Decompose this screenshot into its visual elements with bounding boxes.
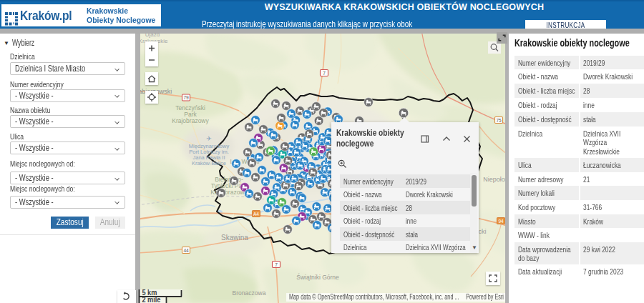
svg-text:79: 79 <box>183 95 189 100</box>
svg-text:7: 7 <box>323 71 326 76</box>
svg-text:Kraków-Balice: Kraków-Balice <box>192 160 226 167</box>
svg-text:7: 7 <box>275 262 278 267</box>
svg-text:Krajobrazowy: Krajobrazowy <box>172 117 209 124</box>
svg-text:✈: ✈ <box>206 135 212 142</box>
svg-text:75: 75 <box>496 118 502 123</box>
svg-text:Skawina: Skawina <box>221 234 248 242</box>
svg-text:94: 94 <box>498 219 504 224</box>
svg-text:44: 44 <box>183 248 189 253</box>
svg-text:Świątniki Górne: Świątniki Górne <box>296 273 339 281</box>
svg-text:2 mile: 2 mile <box>142 296 160 303</box>
svg-text:Niepołomice: Niepołomice <box>483 176 505 183</box>
svg-text:Bronaczowa: Bronaczowa <box>233 289 266 297</box>
svg-text:cki: cki <box>479 228 487 235</box>
svg-text:A4: A4 <box>253 212 259 217</box>
